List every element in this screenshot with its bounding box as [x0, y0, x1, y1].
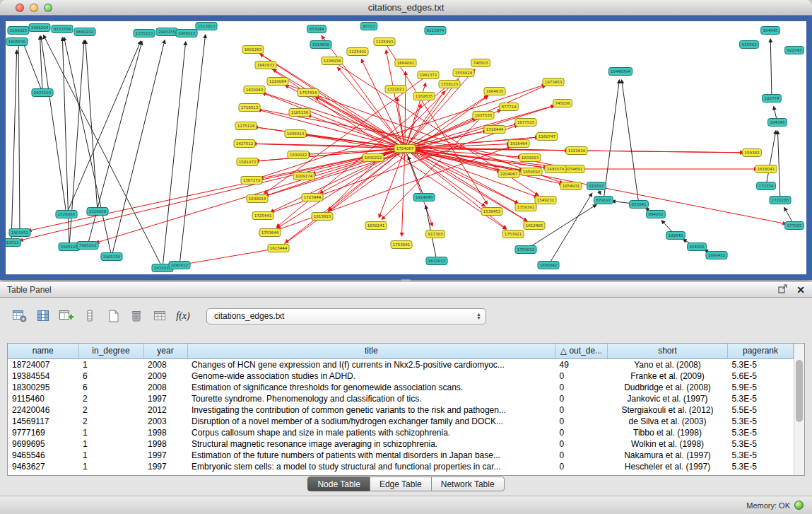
network-node[interactable]: 1613444: [268, 245, 289, 252]
network-node[interactable]: 1125401: [347, 48, 368, 56]
table-cell[interactable]: Franke et al. (2009): [608, 370, 728, 382]
table-cell[interactable]: 22420046: [8, 404, 78, 416]
table-cell[interactable]: Jankovic et al. (1997): [608, 393, 728, 404]
network-node[interactable]: 1725441: [252, 212, 273, 220]
table-cell[interactable]: 2: [78, 404, 143, 416]
table-cell[interactable]: 5.5E-5: [728, 404, 794, 416]
network-node[interactable]: 1160747: [536, 133, 558, 141]
table-scrollbar[interactable]: [794, 344, 804, 475]
new-column-icon[interactable]: [57, 307, 76, 325]
table-cell[interactable]: 18724007: [8, 358, 78, 370]
network-node[interactable]: 1914830: [310, 41, 331, 49]
network-node[interactable]: 184645: [761, 27, 780, 35]
scrollbar-thumb[interactable]: [796, 360, 803, 422]
network-node[interactable]: 1420043: [244, 86, 265, 94]
network-node[interactable]: 1367173: [241, 177, 262, 185]
network-node[interactable]: 1538453: [481, 208, 502, 216]
table-cell[interactable]: Structural magnetic resonance image aver…: [187, 438, 555, 450]
table-cell[interactable]: 1997: [143, 450, 187, 461]
table-cell[interactable]: 6: [78, 382, 143, 393]
table-cell[interactable]: 9465546: [8, 450, 78, 461]
table-cell[interactable]: Embryonic stem cells: a model to study s…: [187, 461, 555, 472]
column-header-0[interactable]: name: [8, 344, 78, 358]
network-node[interactable]: 1638014: [247, 195, 268, 203]
network-node[interactable]: 1757414: [298, 89, 319, 97]
table-cell[interactable]: 5.9E-5: [728, 382, 794, 393]
network-node[interactable]: 1753644: [259, 229, 281, 237]
table-cell[interactable]: 0: [555, 427, 608, 438]
network-node[interactable]: 1841933: [255, 62, 276, 69]
network-node[interactable]: 182774: [763, 95, 782, 103]
table-cell[interactable]: 5.3E-5: [728, 393, 794, 404]
table-row[interactable]: 1872400712008Changes of HCN gene express…: [8, 358, 794, 370]
network-node[interactable]: 748503: [471, 59, 490, 67]
network-node[interactable]: 1864635: [484, 88, 505, 95]
table-row[interactable]: 1830029562008Estimation of significance …: [8, 382, 794, 393]
network-node[interactable]: 2045012: [169, 262, 190, 269]
network-node[interactable]: 917303: [426, 230, 445, 238]
network-node[interactable]: 1039313: [285, 130, 306, 138]
network-node[interactable]: 819197: [587, 182, 606, 190]
network-node[interactable]: 1753641: [391, 241, 412, 249]
table-cell[interactable]: 2008: [143, 358, 187, 370]
table-cell[interactable]: 0: [555, 438, 608, 450]
table-cell[interactable]: 18300295: [8, 382, 78, 393]
network-node[interactable]: 1916464: [508, 140, 529, 148]
network-hub-node[interactable]: 1724067: [394, 145, 416, 153]
network-node[interactable]: 1558424: [453, 69, 474, 77]
network-node[interactable]: 853044: [307, 25, 326, 33]
table-cell[interactable]: 1: [78, 358, 143, 370]
network-node[interactable]: 1723444: [302, 194, 323, 201]
table-cell[interactable]: 1: [78, 427, 143, 438]
float-panel-icon[interactable]: [778, 284, 788, 296]
table-cell[interactable]: Tourette syndrome. Phenomenology and cla…: [187, 393, 555, 404]
table-cell[interactable]: de Silva et al. (2003): [608, 416, 728, 427]
network-node[interactable]: 1427512: [234, 140, 255, 148]
close-panel-icon[interactable]: ✕: [796, 286, 805, 294]
network-node[interactable]: 7905153: [77, 242, 98, 250]
table-row[interactable]: 969969511998Structural magnetic resonanc…: [8, 438, 794, 450]
table-cell[interactable]: 1998: [143, 427, 187, 438]
column-header-3[interactable]: title: [187, 344, 555, 358]
column-header-1[interactable]: in_degree: [78, 344, 143, 358]
network-node[interactable]: 1753921: [502, 230, 524, 238]
network-node[interactable]: 1830022: [288, 151, 309, 159]
network-node[interactable]: 1637535: [473, 112, 494, 119]
network-node[interactable]: 1896452: [706, 252, 727, 259]
table-cell[interactable]: 1997: [143, 393, 187, 404]
network-node[interactable]: 159383: [743, 149, 762, 157]
table-row[interactable]: 946554611997Estimation of the future num…: [8, 450, 794, 461]
table-cell[interactable]: 2003: [143, 416, 187, 427]
network-node[interactable]: 853041: [630, 201, 649, 209]
network-node[interactable]: 877714: [500, 103, 519, 111]
network-node[interactable]: 2033103: [32, 89, 53, 97]
network-view[interactable]: 1724067180126318419331220084142004317185…: [6, 21, 806, 274]
network-node[interactable]: 1009174: [293, 173, 314, 180]
table-cell[interactable]: 0: [555, 461, 608, 472]
table-row[interactable]: 911546021997Tourette syndrome. Phenomeno…: [8, 393, 794, 404]
network-node[interactable]: 1549232: [535, 197, 556, 204]
network-node[interactable]: 1896642: [538, 262, 559, 269]
table-cell[interactable]: Estimation of the future numbers of pati…: [187, 450, 555, 461]
table-cell[interactable]: 2: [78, 416, 143, 427]
table-cell[interactable]: 19384554: [8, 370, 78, 382]
window-titlebar[interactable]: citations_edges.txt: [0, 0, 812, 16]
table-cell[interactable]: Genome-wide association studies in ADHD.: [187, 370, 555, 382]
network-node[interactable]: 819513: [6, 239, 20, 247]
column-header-2[interactable]: year: [143, 344, 187, 358]
network-node[interactable]: 1612013: [426, 257, 447, 265]
table-cell[interactable]: 1: [78, 461, 143, 472]
table-row[interactable]: 1938455462009Genome-wide association stu…: [8, 370, 794, 382]
table-cell[interactable]: 49: [555, 358, 608, 370]
table-cell[interactable]: 0: [555, 450, 608, 461]
table-cell[interactable]: 2: [78, 393, 143, 404]
network-node[interactable]: 1613815: [312, 213, 333, 221]
column-header-4[interactable]: △ out_de...: [555, 344, 608, 358]
table-row[interactable]: 977716911998Corpus callosum shape and si…: [8, 427, 794, 438]
network-node[interactable]: 9153704: [52, 25, 73, 33]
table-cell[interactable]: 0: [555, 393, 608, 404]
network-node[interactable]: 2204067: [498, 170, 519, 178]
network-node[interactable]: 1121610: [566, 147, 587, 155]
column-header-5[interactable]: short: [608, 344, 728, 358]
table-cell[interactable]: Corpus callosum shape and size in male p…: [187, 427, 555, 438]
